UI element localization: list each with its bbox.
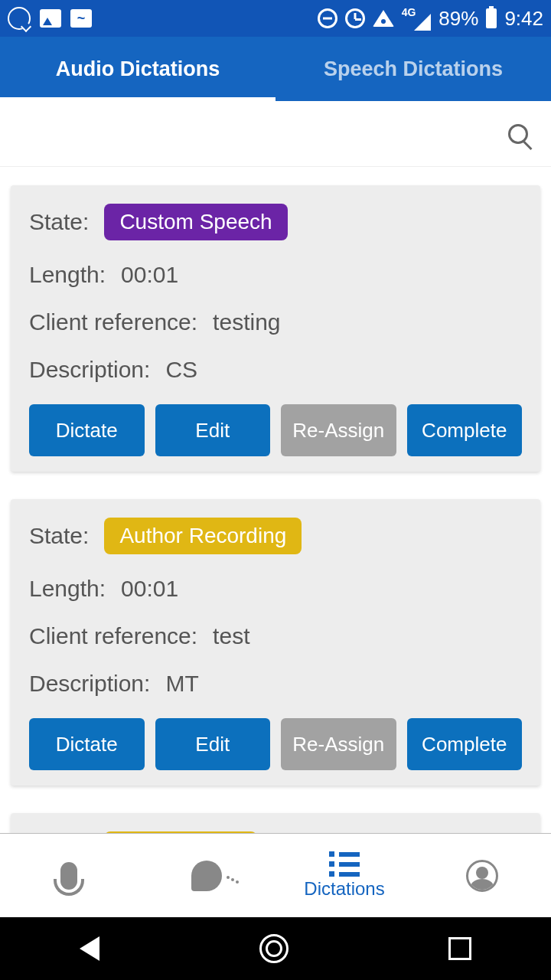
status-bar: ~ 4G 89% 9:42 — [0, 0, 551, 37]
state-badge: Author Recording — [104, 518, 302, 554]
nav-dictations[interactable]: Dictations — [276, 834, 413, 917]
clientref-label: Client reference: — [29, 623, 197, 649]
dictation-card: State: — [11, 813, 540, 833]
microphone-icon — [60, 862, 77, 890]
system-nav-bar — [0, 917, 551, 980]
description-value: MT — [165, 671, 198, 697]
dictation-card: State: Custom Speech Length: 00:01 Clien… — [11, 185, 540, 472]
length-value: 00:01 — [121, 262, 178, 288]
complete-button[interactable]: Complete — [407, 404, 523, 456]
clock-text: 9:42 — [504, 7, 543, 31]
clientref-label: Client reference: — [29, 309, 197, 335]
nav-profile[interactable] — [413, 834, 551, 917]
battery-text: 89% — [439, 7, 478, 31]
profile-icon — [466, 860, 498, 892]
signal-icon: 4G — [402, 6, 432, 31]
reassign-button[interactable]: Re-Assign — [281, 718, 396, 770]
wifi-icon — [373, 10, 394, 27]
speaking-head-icon — [191, 861, 222, 891]
complete-button[interactable]: Complete — [407, 718, 523, 770]
edit-button[interactable]: Edit — [155, 404, 271, 456]
chart-notification-icon: ~ — [70, 9, 92, 28]
state-label: State: — [29, 523, 89, 549]
whatsapp-icon — [8, 7, 31, 30]
alarm-icon — [345, 8, 365, 28]
length-label: Length: — [29, 262, 106, 288]
description-value: CS — [165, 357, 197, 383]
state-label: State: — [29, 209, 89, 235]
edit-button[interactable]: Edit — [155, 718, 271, 770]
dictate-button[interactable]: Dictate — [29, 404, 145, 456]
tab-speech-dictations[interactable]: Speech Dictations — [276, 37, 551, 101]
clientref-value: test — [213, 623, 249, 649]
nav-speak[interactable] — [138, 834, 276, 917]
nav-record[interactable] — [0, 834, 138, 917]
dictate-button[interactable]: Dictate — [29, 718, 145, 770]
length-value: 00:01 — [121, 576, 178, 602]
image-notification-icon — [40, 9, 61, 28]
back-button[interactable] — [80, 936, 99, 961]
clientref-value: testing — [213, 309, 280, 335]
content-area: State: Custom Speech Length: 00:01 Clien… — [0, 167, 551, 833]
state-badge: Custom Speech — [104, 204, 287, 240]
list-icon — [329, 851, 360, 877]
reassign-button[interactable]: Re-Assign — [281, 404, 396, 456]
search-icon[interactable] — [508, 124, 528, 144]
recent-apps-button[interactable] — [448, 937, 471, 960]
dnd-icon — [318, 8, 337, 28]
home-button[interactable] — [259, 934, 289, 963]
battery-icon — [486, 8, 497, 28]
description-label: Description: — [29, 357, 150, 383]
tab-bar: Audio Dictations Speech Dictations — [0, 37, 551, 101]
search-bar — [0, 101, 551, 167]
bottom-nav: Dictations — [0, 833, 551, 917]
length-label: Length: — [29, 576, 106, 602]
dictation-card: State: Author Recording Length: 00:01 Cl… — [11, 499, 540, 786]
description-label: Description: — [29, 671, 150, 697]
tab-audio-dictations[interactable]: Audio Dictations — [0, 37, 276, 101]
nav-dictations-label: Dictations — [304, 878, 384, 900]
